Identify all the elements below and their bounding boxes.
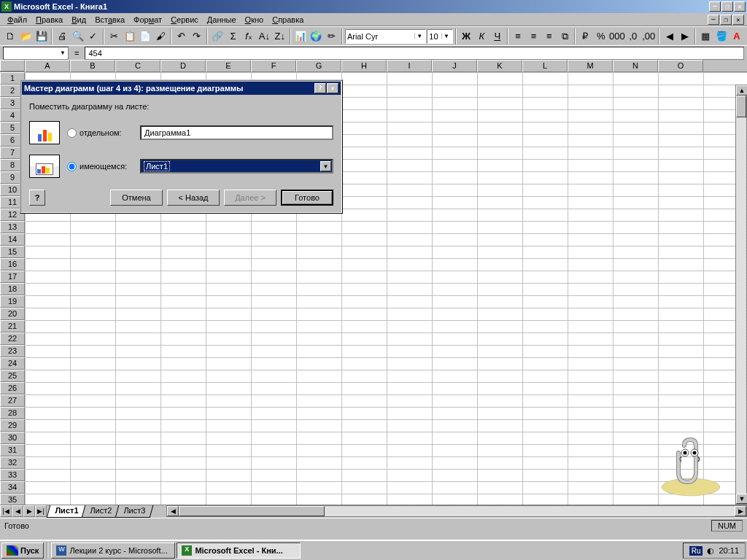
tab-prev-button[interactable]: ◀ bbox=[12, 505, 23, 517]
row-header[interactable]: 23 bbox=[0, 345, 25, 357]
select-all-corner[interactable] bbox=[0, 60, 25, 71]
borders-button[interactable]: ▦ bbox=[698, 28, 713, 44]
font-combo[interactable]: Arial Cyr ▼ bbox=[345, 29, 426, 44]
column-header[interactable]: H bbox=[341, 60, 387, 72]
chart-wizard-button[interactable]: 📊 bbox=[293, 28, 308, 44]
row-header[interactable]: 17 bbox=[0, 271, 25, 283]
menu-help[interactable]: Справка bbox=[268, 15, 308, 25]
font-color-button[interactable]: A bbox=[729, 28, 744, 44]
print-button[interactable]: 🖨 bbox=[55, 28, 69, 44]
separate-name-input[interactable] bbox=[140, 125, 333, 140]
language-indicator[interactable]: Ru bbox=[689, 546, 703, 556]
fill-color-button[interactable]: 🪣 bbox=[713, 28, 728, 44]
row-header[interactable]: 26 bbox=[0, 382, 25, 394]
paste-button[interactable]: 📄 bbox=[138, 28, 152, 44]
scroll-up-button[interactable]: ▲ bbox=[736, 85, 747, 96]
column-header[interactable]: E bbox=[206, 60, 251, 72]
row-header[interactable]: 31 bbox=[0, 444, 25, 456]
row-header[interactable]: 29 bbox=[0, 419, 25, 432]
doc-restore-button[interactable]: ❐ bbox=[720, 15, 732, 25]
back-button[interactable]: < Назад bbox=[167, 190, 220, 206]
column-header[interactable]: D bbox=[160, 60, 206, 72]
dialog-close-button[interactable]: ✕ bbox=[327, 83, 338, 93]
column-header[interactable]: N bbox=[613, 60, 658, 72]
currency-button[interactable]: ₽ bbox=[578, 28, 592, 44]
spelling-button[interactable]: ✓ bbox=[86, 28, 101, 44]
underline-button[interactable]: Ч bbox=[490, 28, 505, 44]
tray-icon[interactable]: ◐ bbox=[707, 546, 714, 556]
row-header[interactable]: 25 bbox=[0, 370, 25, 382]
row-header[interactable]: 16 bbox=[0, 258, 25, 271]
sheet-tab[interactable]: Лист1 bbox=[47, 505, 87, 518]
copy-button[interactable]: 📋 bbox=[122, 28, 136, 44]
doc-minimize-button[interactable]: ─ bbox=[708, 15, 719, 25]
column-header[interactable]: C bbox=[115, 60, 160, 72]
dialog-titlebar[interactable]: Мастер диаграмм (шаг 4 из 4): размещение… bbox=[22, 82, 341, 95]
decrease-indent-button[interactable]: ◀ bbox=[662, 28, 676, 44]
row-header[interactable]: 13 bbox=[0, 221, 25, 233]
font-size-combo[interactable]: 10 ▼ bbox=[427, 29, 453, 44]
tab-first-button[interactable]: |◀ bbox=[0, 505, 12, 517]
align-center-button[interactable]: ≡ bbox=[526, 28, 541, 44]
cancel-button[interactable]: Отмена bbox=[110, 190, 163, 206]
menu-view[interactable]: Вид bbox=[67, 15, 90, 25]
row-header[interactable]: 18 bbox=[0, 283, 25, 295]
close-button[interactable]: ✕ bbox=[734, 1, 746, 12]
vertical-scrollbar[interactable]: ▲ ▼ bbox=[735, 85, 747, 505]
finish-button[interactable]: Готово bbox=[281, 190, 333, 206]
hscroll-thumb[interactable] bbox=[179, 506, 325, 516]
row-header[interactable]: 24 bbox=[0, 357, 25, 370]
save-button[interactable]: 💾 bbox=[34, 28, 49, 44]
dropdown-icon[interactable]: ▼ bbox=[320, 161, 331, 171]
tab-last-button[interactable]: ▶| bbox=[35, 505, 47, 517]
scroll-thumb[interactable] bbox=[736, 96, 746, 117]
horizontal-scrollbar[interactable]: ◀ ▶ bbox=[166, 505, 747, 517]
hyperlink-button[interactable]: 🔗 bbox=[210, 28, 225, 44]
start-button[interactable]: Пуск bbox=[1, 542, 44, 559]
sort-desc-button[interactable]: Z↓ bbox=[273, 28, 287, 44]
minimize-button[interactable]: ─ bbox=[709, 1, 721, 12]
scroll-left-button[interactable]: ◀ bbox=[167, 506, 179, 516]
column-header[interactable]: I bbox=[387, 60, 432, 72]
name-box[interactable]: ▼ bbox=[3, 47, 69, 60]
row-header[interactable]: 15 bbox=[0, 246, 25, 258]
column-header[interactable]: O bbox=[658, 60, 703, 72]
column-header[interactable]: G bbox=[296, 60, 341, 72]
radio-existing[interactable]: имеющемся: bbox=[67, 162, 133, 171]
menu-edit[interactable]: Правка bbox=[31, 15, 67, 25]
row-header[interactable]: 19 bbox=[0, 295, 25, 308]
radio-separate[interactable]: отдельном: bbox=[67, 128, 133, 138]
format-painter-button[interactable]: 🖌 bbox=[153, 28, 168, 44]
function-button[interactable]: fₓ bbox=[241, 28, 256, 44]
row-header[interactable]: 22 bbox=[0, 332, 25, 345]
menu-file[interactable]: Файл bbox=[3, 15, 31, 25]
column-header[interactable]: A bbox=[25, 60, 70, 72]
map-button[interactable]: 🌍 bbox=[309, 28, 323, 44]
align-left-button[interactable]: ≡ bbox=[511, 28, 525, 44]
row-header[interactable]: 34 bbox=[0, 481, 25, 494]
column-header[interactable]: L bbox=[522, 60, 568, 72]
comma-button[interactable]: 000 bbox=[609, 28, 625, 44]
menu-insert[interactable]: Вставка bbox=[90, 15, 129, 25]
bold-button[interactable]: Ж bbox=[459, 28, 473, 44]
row-header[interactable]: 32 bbox=[0, 456, 25, 469]
row-header[interactable]: 14 bbox=[0, 233, 25, 246]
column-header[interactable]: J bbox=[432, 60, 477, 72]
row-header[interactable]: 33 bbox=[0, 469, 25, 481]
restore-button[interactable]: ❐ bbox=[721, 1, 733, 12]
row-header[interactable]: 20 bbox=[0, 308, 25, 320]
percent-button[interactable]: % bbox=[594, 28, 608, 44]
dialog-help-icon[interactable]: ? bbox=[29, 190, 45, 206]
increase-decimal-button[interactable]: ,0 bbox=[626, 28, 640, 44]
menu-window[interactable]: Окно bbox=[241, 15, 268, 25]
autosum-button[interactable]: Σ bbox=[225, 28, 240, 44]
merge-center-button[interactable]: ⧉ bbox=[557, 28, 572, 44]
row-header[interactable]: 28 bbox=[0, 407, 25, 419]
tab-next-button[interactable]: ▶ bbox=[23, 505, 35, 517]
dialog-help-button[interactable]: ? bbox=[314, 83, 326, 93]
redo-button[interactable]: ↷ bbox=[190, 28, 204, 44]
radio-separate-input[interactable] bbox=[67, 128, 77, 138]
column-header[interactable]: B bbox=[70, 60, 115, 72]
menu-data[interactable]: Данные bbox=[203, 15, 241, 25]
italic-button[interactable]: К bbox=[474, 28, 489, 44]
